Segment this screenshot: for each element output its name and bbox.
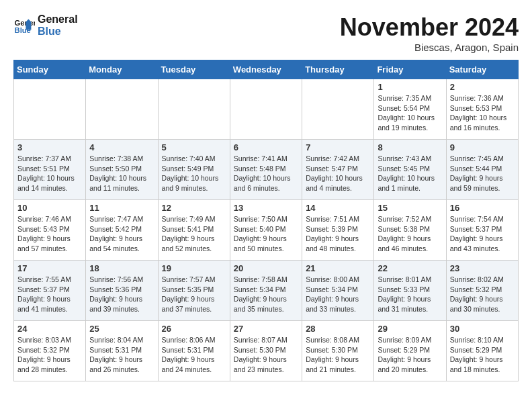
calendar-cell: 6Sunrise: 7:41 AMSunset: 5:48 PMDaylight… [230, 140, 302, 200]
calendar-cell: 24Sunrise: 8:03 AMSunset: 5:32 PMDayligh… [14, 321, 86, 381]
calendar-cell: 10Sunrise: 7:46 AMSunset: 5:43 PMDayligh… [14, 200, 86, 261]
calendar-cell: 1Sunrise: 7:35 AMSunset: 5:54 PMDaylight… [374, 79, 446, 140]
calendar-cell [14, 79, 86, 140]
day-number: 19 [162, 263, 226, 273]
calendar-cell [230, 79, 302, 140]
location-subtitle: Biescas, Aragon, Spain [340, 42, 519, 53]
day-number: 29 [378, 324, 442, 334]
calendar-cell: 28Sunrise: 8:08 AMSunset: 5:30 PMDayligh… [302, 321, 374, 381]
calendar-cell: 7Sunrise: 7:42 AMSunset: 5:47 PMDaylight… [302, 140, 374, 200]
column-header-wednesday: Wednesday [230, 60, 302, 79]
day-info: Sunrise: 7:42 AMSunset: 5:47 PMDaylight:… [306, 154, 370, 193]
calendar-cell: 3Sunrise: 7:37 AMSunset: 5:51 PMDaylight… [14, 140, 86, 200]
day-number: 28 [306, 324, 370, 334]
calendar-cell: 21Sunrise: 8:00 AMSunset: 5:34 PMDayligh… [302, 261, 374, 321]
day-info: Sunrise: 8:04 AMSunset: 5:31 PMDaylight:… [89, 335, 154, 375]
day-number: 2 [450, 82, 515, 92]
day-info: Sunrise: 8:07 AMSunset: 5:30 PMDaylight:… [234, 335, 298, 375]
calendar-cell: 19Sunrise: 7:57 AMSunset: 5:35 PMDayligh… [158, 261, 230, 321]
day-info: Sunrise: 8:03 AMSunset: 5:32 PMDaylight:… [17, 335, 82, 375]
day-number: 23 [450, 263, 515, 273]
day-number: 22 [378, 263, 442, 273]
calendar-cell: 30Sunrise: 8:10 AMSunset: 5:29 PMDayligh… [446, 321, 518, 381]
day-info: Sunrise: 7:54 AMSunset: 5:37 PMDaylight:… [450, 214, 515, 254]
day-info: Sunrise: 7:55 AMSunset: 5:37 PMDaylight:… [17, 275, 82, 314]
column-header-monday: Monday [86, 60, 158, 79]
day-number: 8 [378, 142, 442, 152]
day-number: 10 [17, 203, 82, 213]
calendar-cell: 15Sunrise: 7:52 AMSunset: 5:38 PMDayligh… [374, 200, 446, 261]
day-info: Sunrise: 8:01 AMSunset: 5:33 PMDaylight:… [378, 275, 442, 314]
calendar-table: SundayMondayTuesdayWednesdayThursdayFrid… [13, 60, 519, 381]
calendar-cell: 9Sunrise: 7:45 AMSunset: 5:44 PMDaylight… [446, 140, 518, 200]
calendar-cell: 16Sunrise: 7:54 AMSunset: 5:37 PMDayligh… [446, 200, 518, 261]
day-info: Sunrise: 8:02 AMSunset: 5:32 PMDaylight:… [450, 275, 515, 314]
day-info: Sunrise: 7:45 AMSunset: 5:44 PMDaylight:… [450, 154, 515, 193]
column-header-thursday: Thursday [302, 60, 374, 79]
calendar-cell: 29Sunrise: 8:09 AMSunset: 5:29 PMDayligh… [374, 321, 446, 381]
calendar-cell [158, 79, 230, 140]
day-info: Sunrise: 8:08 AMSunset: 5:30 PMDaylight:… [306, 335, 370, 375]
header: General Blue General Blue November 2024 … [13, 13, 519, 53]
day-info: Sunrise: 7:58 AMSunset: 5:34 PMDaylight:… [234, 275, 298, 314]
day-number: 25 [89, 324, 154, 334]
day-number: 1 [378, 82, 442, 92]
day-number: 16 [450, 203, 515, 213]
day-info: Sunrise: 7:38 AMSunset: 5:50 PMDaylight:… [89, 154, 154, 193]
calendar-cell: 23Sunrise: 8:02 AMSunset: 5:32 PMDayligh… [446, 261, 518, 321]
day-number: 11 [89, 203, 154, 213]
day-info: Sunrise: 8:09 AMSunset: 5:29 PMDaylight:… [378, 335, 442, 375]
calendar-cell: 13Sunrise: 7:50 AMSunset: 5:40 PMDayligh… [230, 200, 302, 261]
calendar-cell: 2Sunrise: 7:36 AMSunset: 5:53 PMDaylight… [446, 79, 518, 140]
calendar-cell: 4Sunrise: 7:38 AMSunset: 5:50 PMDaylight… [86, 140, 158, 200]
day-info: Sunrise: 7:56 AMSunset: 5:36 PMDaylight:… [89, 275, 154, 314]
day-info: Sunrise: 7:41 AMSunset: 5:48 PMDaylight:… [234, 154, 298, 193]
day-info: Sunrise: 7:35 AMSunset: 5:54 PMDaylight:… [378, 93, 442, 133]
day-info: Sunrise: 7:36 AMSunset: 5:53 PMDaylight:… [450, 93, 515, 133]
day-number: 24 [17, 324, 82, 334]
day-number: 30 [450, 324, 515, 334]
day-number: 14 [306, 203, 370, 213]
day-info: Sunrise: 8:10 AMSunset: 5:29 PMDaylight:… [450, 335, 515, 375]
logo-blue: Blue [38, 26, 78, 38]
day-info: Sunrise: 7:57 AMSunset: 5:35 PMDaylight:… [162, 275, 226, 314]
day-number: 6 [234, 142, 298, 152]
day-number: 13 [234, 203, 298, 213]
calendar-cell: 5Sunrise: 7:40 AMSunset: 5:49 PMDaylight… [158, 140, 230, 200]
day-info: Sunrise: 8:06 AMSunset: 5:31 PMDaylight:… [162, 335, 226, 375]
day-info: Sunrise: 7:46 AMSunset: 5:43 PMDaylight:… [17, 214, 82, 254]
logo-general: General [38, 13, 78, 26]
calendar-cell: 20Sunrise: 7:58 AMSunset: 5:34 PMDayligh… [230, 261, 302, 321]
column-header-saturday: Saturday [446, 60, 518, 79]
day-number: 21 [306, 263, 370, 273]
day-info: Sunrise: 7:47 AMSunset: 5:42 PMDaylight:… [89, 214, 154, 254]
day-number: 7 [306, 142, 370, 152]
calendar-cell: 14Sunrise: 7:51 AMSunset: 5:39 PMDayligh… [302, 200, 374, 261]
day-info: Sunrise: 8:00 AMSunset: 5:34 PMDaylight:… [306, 275, 370, 314]
calendar-cell: 12Sunrise: 7:49 AMSunset: 5:41 PMDayligh… [158, 200, 230, 261]
day-number: 15 [378, 203, 442, 213]
day-number: 3 [17, 142, 82, 152]
calendar-cell: 25Sunrise: 8:04 AMSunset: 5:31 PMDayligh… [86, 321, 158, 381]
title-area: November 2024 Biescas, Aragon, Spain [340, 13, 519, 53]
calendar-cell: 17Sunrise: 7:55 AMSunset: 5:37 PMDayligh… [14, 261, 86, 321]
month-title: November 2024 [340, 13, 519, 42]
logo-icon: General Blue [13, 15, 35, 36]
day-number: 12 [162, 203, 226, 213]
calendar-cell [86, 79, 158, 140]
calendar-cell [302, 79, 374, 140]
logo: General Blue General Blue [13, 13, 78, 37]
calendar-cell: 11Sunrise: 7:47 AMSunset: 5:42 PMDayligh… [86, 200, 158, 261]
day-number: 5 [162, 142, 226, 152]
column-header-friday: Friday [374, 60, 446, 79]
day-number: 9 [450, 142, 515, 152]
calendar-cell: 26Sunrise: 8:06 AMSunset: 5:31 PMDayligh… [158, 321, 230, 381]
day-number: 18 [89, 263, 154, 273]
column-header-sunday: Sunday [14, 60, 86, 79]
calendar-cell: 8Sunrise: 7:43 AMSunset: 5:45 PMDaylight… [374, 140, 446, 200]
calendar-cell: 22Sunrise: 8:01 AMSunset: 5:33 PMDayligh… [374, 261, 446, 321]
column-header-tuesday: Tuesday [158, 60, 230, 79]
day-number: 27 [234, 324, 298, 334]
calendar-cell: 27Sunrise: 8:07 AMSunset: 5:30 PMDayligh… [230, 321, 302, 381]
day-info: Sunrise: 7:40 AMSunset: 5:49 PMDaylight:… [162, 154, 226, 193]
